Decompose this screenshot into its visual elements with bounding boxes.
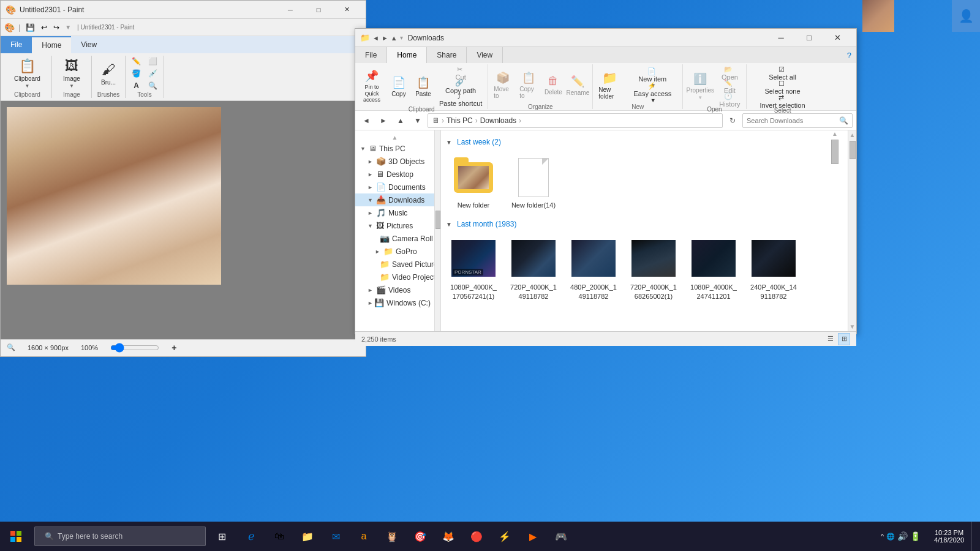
- paste-shortcut-button[interactable]: ⤴ Paste shortcut: [436, 94, 485, 106]
- explorer-tab-file[interactable]: File: [355, 47, 387, 63]
- sidebar-item-this-pc[interactable]: ▼ 🖥 This PC: [355, 142, 434, 155]
- rename-button[interactable]: ✏️ Rename: [565, 67, 590, 103]
- path-downloads[interactable]: Downloads: [480, 116, 516, 125]
- taskbar-app9-button[interactable]: ⚡: [491, 522, 518, 551]
- paint-image-btn[interactable]: 🖼 Image ▼: [56, 58, 88, 89]
- sidebar-item-video-projects[interactable]: 📁 Video Projects: [355, 271, 434, 283]
- address-path-bar[interactable]: 🖥 › This PC › Downloads ›: [428, 113, 723, 128]
- sidebar-item-camera-roll[interactable]: 📷 Camera Roll: [355, 232, 434, 245]
- taskbar-vlc-button[interactable]: 🔴: [463, 522, 490, 551]
- sidebar-item-desktop[interactable]: ► 🖥 Desktop: [355, 168, 434, 181]
- taskbar-store-button[interactable]: 🛍: [266, 522, 293, 551]
- this-pc-expand-icon[interactable]: ▼: [360, 146, 368, 152]
- scrollbar-thumb[interactable]: [850, 141, 856, 159]
- paint-tab-home[interactable]: Home: [32, 36, 71, 53]
- sidebar-item-saved-pictures[interactable]: 📁 Saved Pictures: [355, 258, 434, 271]
- large-icons-view-button[interactable]: ⊞: [838, 333, 850, 345]
- paint-clipboard-btn[interactable]: 📋 Clipboard ▼: [11, 58, 44, 89]
- pin-quick-access-button[interactable]: 📌 Pin to Quick access: [358, 68, 386, 105]
- taskbar-app11-button[interactable]: 🎮: [548, 522, 575, 551]
- address-refresh-button[interactable]: ↻: [725, 113, 740, 128]
- explorer-ribbon-help[interactable]: ?: [842, 47, 856, 63]
- sidebar-item-documents[interactable]: ► 📄 Documents: [355, 181, 434, 193]
- taskbar-firefox-button[interactable]: 🦊: [435, 522, 462, 551]
- sidebar-scrollbar[interactable]: [435, 130, 441, 331]
- taskbar-video-player-button[interactable]: ▶: [519, 522, 546, 551]
- sidebar-item-music[interactable]: ► 🎵 Music: [355, 206, 434, 219]
- select-all-button[interactable]: ☑ Select all: [749, 67, 816, 79]
- sidebar-item-3d-objects[interactable]: ► 📦 3D Objects: [355, 155, 434, 168]
- tray-network-icon[interactable]: 🌐: [886, 533, 895, 541]
- main-scrollbar[interactable]: ▲: [831, 130, 839, 164]
- explorer-up-toolbar-btn[interactable]: ▲: [391, 34, 398, 42]
- delete-button[interactable]: 🗑 Delete: [542, 67, 564, 103]
- paint-text-btn[interactable]: A: [129, 80, 143, 91]
- paint-canvas-area[interactable]: [1, 101, 366, 339]
- paint-canvas[interactable]: [7, 107, 221, 285]
- pictures-expand-icon[interactable]: ▼: [368, 223, 375, 229]
- invert-selection-button[interactable]: ⇄ Invert selection: [749, 95, 816, 107]
- paint-title-bar[interactable]: 🎨 Untitled2301 - Paint ─ □ ✕: [1, 1, 366, 19]
- easy-access-button[interactable]: ⚡ Easy access ▼: [625, 86, 680, 99]
- section-header-last-month[interactable]: ▼ Last month (1983): [446, 220, 843, 228]
- sidebar-item-windows-c[interactable]: ► 💾 Windows (C:): [355, 296, 434, 309]
- paint-minimize-button[interactable]: ─: [276, 1, 304, 19]
- properties-button[interactable]: ℹ️ Properties ▼: [685, 68, 715, 105]
- scroll-up-arrow[interactable]: ▲: [850, 130, 856, 140]
- explorer-back-toolbar-btn[interactable]: ◄: [372, 34, 379, 42]
- file-item-video-5[interactable]: 1080P_4000K_247411201: [686, 233, 741, 304]
- search-box[interactable]: 🔍: [742, 113, 853, 128]
- open-button[interactable]: 📂 Open: [716, 67, 743, 79]
- copy-to-button[interactable]: 📋 Copy to: [516, 67, 541, 103]
- path-this-pc[interactable]: This PC: [447, 116, 473, 125]
- music-expand-icon[interactable]: ►: [368, 210, 375, 216]
- main-scroll-up[interactable]: ▲: [832, 130, 838, 137]
- paint-tab-view[interactable]: View: [71, 36, 107, 53]
- file-item-video-1[interactable]: PORNSTAR 1080P_4000K_170567241(1): [446, 233, 501, 304]
- explorer-close-button[interactable]: ✕: [823, 29, 851, 47]
- nav-recent-button[interactable]: ▼: [410, 113, 425, 128]
- paint-undo-btn[interactable]: ↩: [39, 22, 49, 33]
- section-collapse-last-week[interactable]: ▼: [446, 139, 453, 146]
- tray-volume-icon[interactable]: 🔊: [897, 531, 908, 541]
- explorer-tab-view[interactable]: View: [467, 47, 503, 63]
- explorer-forward-toolbar-btn[interactable]: ►: [382, 34, 388, 42]
- taskbar-search-box[interactable]: 🔍 Type here to search: [34, 527, 206, 546]
- paint-tab-file[interactable]: File: [1, 36, 32, 53]
- edit-button[interactable]: ✏️ Edit: [716, 80, 743, 92]
- show-desktop-button[interactable]: [971, 522, 980, 551]
- paint-pencil-btn[interactable]: ✏️: [129, 56, 143, 67]
- corner-image-2[interactable]: 👤: [952, 0, 980, 32]
- paint-zoom-btn[interactable]: 🔍: [146, 80, 160, 91]
- taskbar-mail-button[interactable]: ✉: [322, 522, 349, 551]
- taskbar-edge-button[interactable]: ℯ: [238, 522, 265, 551]
- nav-forward-button[interactable]: ►: [376, 113, 391, 128]
- paint-maximize-button[interactable]: □: [304, 1, 333, 19]
- nav-back-button[interactable]: ◄: [359, 113, 374, 128]
- copy-button[interactable]: 📄 Copy: [387, 68, 410, 105]
- history-button[interactable]: 🕐 History: [716, 94, 743, 106]
- corner-image-1[interactable]: [862, 0, 894, 32]
- file-item-new-folder[interactable]: New folder: [446, 151, 501, 212]
- tray-show-more-button[interactable]: ^: [881, 533, 884, 540]
- nav-up-button[interactable]: ▲: [393, 113, 408, 128]
- gopro-expand-icon[interactable]: ►: [375, 249, 382, 255]
- file-item-video-2[interactable]: 720P_4000K_149118782: [506, 233, 561, 304]
- file-item-video-6[interactable]: 240P_400K_149118782: [746, 233, 801, 304]
- scroll-down-arrow[interactable]: ▼: [850, 322, 856, 331]
- paint-fill-btn[interactable]: 🪣: [129, 68, 143, 79]
- paint-close-button[interactable]: ✕: [333, 1, 361, 19]
- paint-brushes-btn[interactable]: 🖌 Bru...: [96, 58, 121, 89]
- select-none-button[interactable]: ☐ Select none: [749, 81, 816, 93]
- paint-save-btn[interactable]: 💾: [24, 22, 37, 33]
- explorer-maximize-button[interactable]: □: [795, 29, 823, 47]
- downloads-expand-icon[interactable]: ▼: [368, 197, 375, 203]
- sidebar-item-videos[interactable]: ► 🎬 Videos: [355, 283, 434, 296]
- file-item-video-4[interactable]: 720P_4000K_168265002(1): [626, 233, 681, 304]
- paint-zoom-icon[interactable]: 🔍: [7, 343, 15, 351]
- system-clock[interactable]: 10:23 PM 4/18/2020: [927, 522, 971, 551]
- paint-zoom-in-btn[interactable]: +: [172, 343, 176, 353]
- paste-button[interactable]: 📋 Paste: [412, 68, 435, 105]
- paint-zoom-slider[interactable]: [110, 343, 159, 353]
- explorer-tab-home[interactable]: Home: [387, 47, 427, 63]
